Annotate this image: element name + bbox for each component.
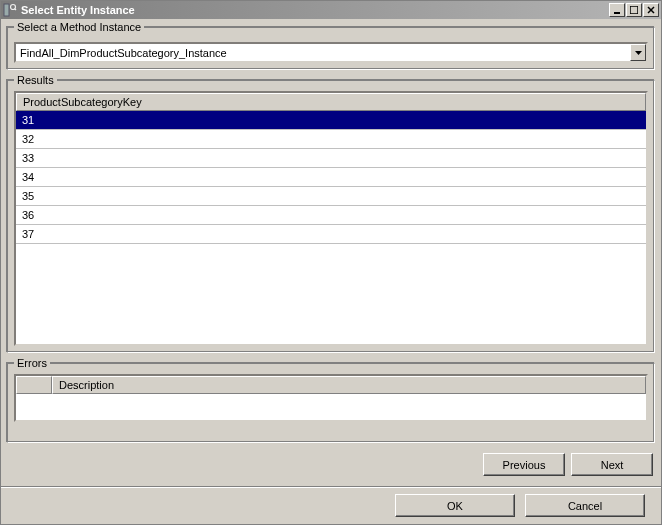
table-row[interactable]: 37 [16, 225, 646, 244]
table-row[interactable]: 32 [16, 130, 646, 149]
results-header-row: ProductSubcategoryKey [16, 93, 646, 111]
errors-legend: Errors [14, 357, 50, 369]
table-row[interactable]: 34 [16, 168, 646, 187]
errors-column-header[interactable]: Description [52, 376, 646, 394]
previous-button[interactable]: Previous [483, 453, 565, 476]
svg-marker-7 [635, 51, 642, 55]
method-instance-combo[interactable]: FindAll_DimProductSubcategory_Instance [14, 42, 648, 63]
method-instance-legend: Select a Method Instance [14, 21, 144, 33]
results-legend: Results [14, 74, 57, 86]
table-row[interactable]: 36 [16, 206, 646, 225]
ok-button[interactable]: OK [395, 494, 515, 517]
errors-icon-column [16, 376, 52, 394]
errors-group: Errors Description [7, 363, 655, 443]
cancel-button[interactable]: Cancel [525, 494, 645, 517]
table-row[interactable]: 35 [16, 187, 646, 206]
close-button[interactable] [643, 3, 659, 17]
results-column-header[interactable]: ProductSubcategoryKey [16, 93, 646, 111]
results-group: Results ProductSubcategoryKey 3132333435… [7, 80, 655, 353]
svg-rect-3 [614, 12, 620, 14]
wizard-nav: Previous Next [7, 449, 655, 480]
window-title: Select Entity Instance [21, 4, 608, 16]
svg-rect-0 [4, 4, 9, 16]
errors-grid[interactable]: Description [14, 374, 648, 422]
results-body: 31323334353637 [16, 111, 646, 344]
dialog-buttons: OK Cancel [1, 486, 661, 524]
minimize-button[interactable] [609, 3, 625, 17]
svg-rect-4 [630, 6, 638, 14]
svg-line-2 [15, 9, 17, 11]
combo-value: FindAll_DimProductSubcategory_Instance [16, 47, 630, 59]
table-row[interactable]: 33 [16, 149, 646, 168]
dialog-window: Select Entity Instance Select a Method I… [0, 0, 662, 525]
app-icon [3, 3, 17, 17]
combo-drop-button[interactable] [630, 44, 646, 61]
window-controls [608, 3, 659, 17]
method-instance-group: Select a Method Instance FindAll_DimProd… [7, 27, 655, 70]
table-row[interactable]: 31 [16, 111, 646, 130]
errors-header-row: Description [16, 376, 646, 394]
dialog-content: Select a Method Instance FindAll_DimProd… [1, 19, 661, 486]
maximize-button[interactable] [626, 3, 642, 17]
results-grid[interactable]: ProductSubcategoryKey 31323334353637 [14, 91, 648, 346]
titlebar: Select Entity Instance [1, 1, 661, 19]
next-button[interactable]: Next [571, 453, 653, 476]
